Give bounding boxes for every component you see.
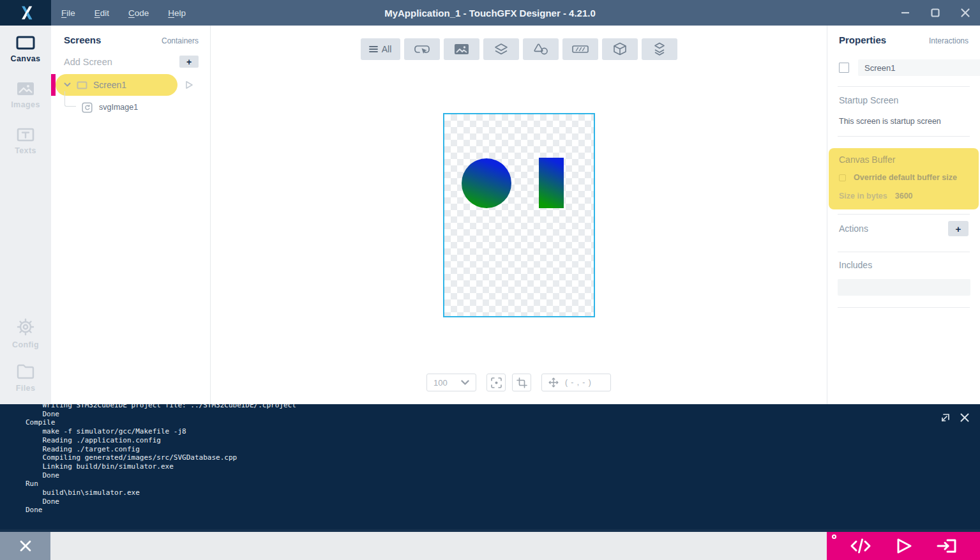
crop-icon <box>516 377 527 388</box>
cube-icon <box>612 42 628 56</box>
main-sidebar: Canvas Images Texts <box>0 26 51 404</box>
actions-header: Actions <box>839 223 868 234</box>
screen-widget-checkbox[interactable] <box>839 63 849 73</box>
build-console: Writing STM32CubeIDE project file: ../ST… <box>0 404 980 529</box>
tab-properties[interactable]: Properties <box>839 34 886 45</box>
cursor-coordinates: ( - , - ) <box>541 374 611 391</box>
move-icon <box>548 377 559 388</box>
menu-help[interactable]: Help <box>168 8 186 18</box>
widget-category-misc-button[interactable] <box>642 38 677 60</box>
menu-edit[interactable]: Edit <box>94 8 109 18</box>
focus-icon <box>491 377 502 388</box>
widget-category-progress-button[interactable] <box>562 38 598 60</box>
play-icon <box>895 537 913 555</box>
selection-accent-bar <box>51 74 56 96</box>
zoom-level-dropdown[interactable]: 100 <box>426 374 476 391</box>
widget-toolbar: All <box>361 38 677 60</box>
app-logo <box>0 0 51 26</box>
tab-screens[interactable]: Screens <box>64 34 101 45</box>
chevron-down-icon <box>461 380 469 386</box>
sidebar-item-canvas[interactable]: Canvas <box>11 35 41 63</box>
close-icon <box>960 8 970 18</box>
screen1-label: Screen1 <box>93 80 126 90</box>
notification-dot <box>832 534 836 539</box>
maximize-icon <box>930 8 940 18</box>
minimize-icon <box>900 8 910 18</box>
crop-button[interactable] <box>512 374 531 391</box>
titlebar: File Edit Code Help MyApplication_1 - To… <box>0 0 980 26</box>
window-title: MyApplication_1 - TouchGFX Designer - 4.… <box>384 0 596 26</box>
menu-file[interactable]: File <box>61 8 75 18</box>
maximize-button[interactable] <box>929 7 941 19</box>
cancel-run-button[interactable] <box>0 532 50 560</box>
add-screen-button[interactable]: + <box>179 56 199 68</box>
images-icon <box>15 81 36 96</box>
minimize-button[interactable] <box>899 7 911 19</box>
widget-category-buttons-button[interactable] <box>404 38 440 60</box>
close-icon <box>960 412 970 423</box>
sidebar-item-config[interactable]: Config <box>12 317 39 349</box>
tab-containers[interactable]: Containers <box>162 36 199 45</box>
screens-panel: Screens Containers Add Screen + Screen1 <box>51 26 211 404</box>
bottom-action-bar <box>0 529 980 560</box>
canvas-icon <box>15 35 36 50</box>
console-collapse-button[interactable] <box>940 412 951 426</box>
hamburger-icon <box>369 45 378 53</box>
console-output: Writing STM32CubeIDE project file: ../ST… <box>0 404 980 515</box>
image-widget-icon <box>454 43 469 55</box>
close-button[interactable] <box>959 7 971 19</box>
override-buffer-checkbox[interactable] <box>839 174 846 181</box>
widget-category-images-button[interactable] <box>444 38 479 60</box>
includes-input[interactable] <box>838 279 970 296</box>
chevron-down-icon[interactable] <box>64 82 71 87</box>
sidebar-item-images[interactable]: Images <box>11 81 40 109</box>
folder-icon <box>15 363 36 380</box>
screen-widget-icon <box>77 81 87 89</box>
canvas-bottom-toolbar: 100 <box>426 374 611 391</box>
size-in-bytes-value: 3600 <box>895 192 913 201</box>
close-icon <box>19 539 33 553</box>
progress-bar-icon <box>572 43 589 55</box>
run-target-button[interactable] <box>937 537 957 555</box>
divider <box>838 252 970 252</box>
properties-panel: Properties Interactions Startup Screen T… <box>827 26 980 404</box>
widget-category-containers-button[interactable] <box>483 38 519 60</box>
svg-circle-shape[interactable] <box>462 158 511 208</box>
code-icon <box>850 537 871 555</box>
design-canvas[interactable] <box>443 113 595 317</box>
layers-icon <box>494 43 509 56</box>
gear-icon <box>16 317 35 337</box>
divider <box>838 307 970 308</box>
tab-interactions[interactable]: Interactions <box>929 36 969 45</box>
add-action-button[interactable]: + <box>948 221 969 236</box>
generate-code-button[interactable] <box>850 537 871 555</box>
texts-icon <box>15 127 36 142</box>
startup-screen-text: This screen is startup screen <box>827 117 980 126</box>
run-simulator-button[interactable] <box>895 537 913 555</box>
widget-filter-all-button[interactable]: All <box>361 38 400 60</box>
menu-code[interactable]: Code <box>128 8 149 18</box>
canvas-buffer-section: Canvas Buffer Override default buffer si… <box>829 148 979 209</box>
touch-button-icon <box>414 43 430 56</box>
sidebar-item-files[interactable]: Files <box>15 363 36 393</box>
touchgfx-logo-icon <box>17 4 34 21</box>
console-close-button[interactable] <box>960 412 970 425</box>
override-buffer-label: Override default buffer size <box>854 173 957 182</box>
svgimage1-label: svgImage1 <box>99 103 138 112</box>
run-target-icon <box>937 537 957 555</box>
widget-category-shapes-button[interactable] <box>523 38 559 60</box>
bottom-bar-spacer <box>50 532 827 560</box>
run-actions-group <box>827 532 980 560</box>
run-screen-button[interactable] <box>185 80 193 92</box>
widget-category-3d-button[interactable] <box>602 38 638 60</box>
canvas-buffer-header: Canvas Buffer <box>839 155 969 165</box>
screen-name-input[interactable] <box>858 59 980 76</box>
coordinates-value: ( - , - ) <box>565 378 592 387</box>
divider <box>838 136 970 137</box>
fit-to-screen-button[interactable] <box>486 374 506 391</box>
startup-screen-header: Startup Screen <box>827 95 980 105</box>
svg-rect-shape[interactable] <box>539 158 564 208</box>
tree-row-svgimage1[interactable]: svgImage1 <box>51 98 210 117</box>
add-screen-label: Add Screen <box>64 57 112 67</box>
sidebar-item-texts[interactable]: Texts <box>15 127 36 155</box>
